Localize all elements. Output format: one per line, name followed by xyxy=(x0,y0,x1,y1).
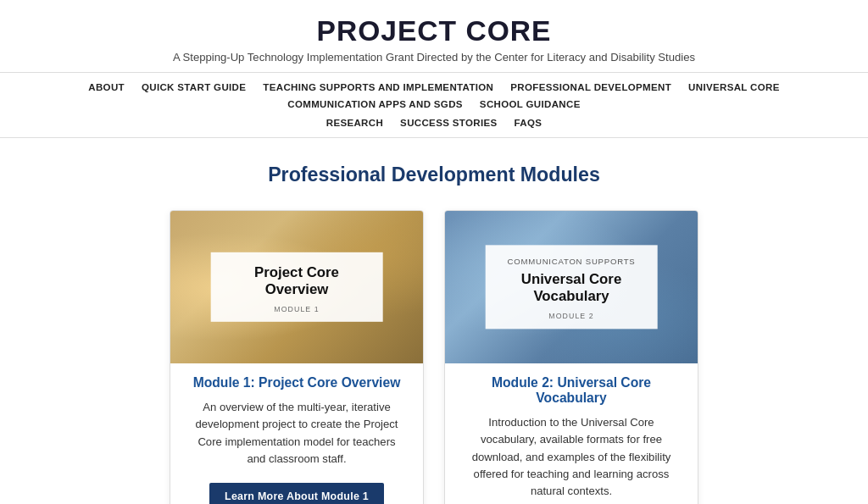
site-title: PROJECT CORE xyxy=(17,15,851,47)
nav-item-quick-start-guide[interactable]: QUICK START GUIDE xyxy=(133,79,254,96)
nav-item-research[interactable]: RESEARCH xyxy=(318,114,392,131)
nav-item-universal-core[interactable]: UNIVERSAL CORE xyxy=(680,79,788,96)
main-content: Professional Development Modules Project… xyxy=(53,138,815,504)
module1-btn[interactable]: Learn More About Module 1 xyxy=(209,483,384,504)
module2-description: Introduction to the Universal Core vocab… xyxy=(462,414,681,501)
module2-overlay-title: Universal CoreVocabulary xyxy=(503,271,641,305)
nav-item-teaching-supports-and-implementation[interactable]: TEACHING SUPPORTS AND IMPLEMENTATION xyxy=(254,79,502,96)
site-header: PROJECT CORE A Stepping-Up Technology Im… xyxy=(0,0,868,73)
module1-overlay-title: Project CoreOverview xyxy=(228,264,366,298)
module1-card: Project CoreOverview MODULE 1 Module 1: … xyxy=(170,210,424,504)
module2-link-title[interactable]: Module 2: Universal Core Vocabulary xyxy=(462,375,681,406)
module2-image: COMMUNICATON SUPPORTS Universal CoreVoca… xyxy=(445,211,698,363)
nav-row-2: RESEARCHSUCCESS STORIESFAQS xyxy=(0,113,868,137)
nav-item-success-stories[interactable]: SUCCESS STORIES xyxy=(392,114,505,131)
module2-body: Module 2: Universal Core Vocabulary Intr… xyxy=(445,363,698,504)
nav-item-communication-apps-and-sgds[interactable]: COMMUNICATION APPS AND SGDS xyxy=(279,96,471,113)
nav-item-professional-development[interactable]: PROFESSIONAL DEVELOPMENT xyxy=(502,79,680,96)
module2-overlay-subtitle: COMMUNICATON SUPPORTS xyxy=(503,257,641,266)
main-nav: ABOUTQUICK START GUIDETEACHING SUPPORTS … xyxy=(0,73,868,138)
module1-body: Module 1: Project Core Overview An overv… xyxy=(170,363,423,504)
module1-link-title[interactable]: Module 1: Project Core Overview xyxy=(193,375,401,390)
nav-item-faqs[interactable]: FAQS xyxy=(506,114,551,131)
module2-overlay-module: MODULE 2 xyxy=(503,313,641,321)
module1-overlay: Project CoreOverview MODULE 1 xyxy=(211,252,383,322)
module2-overlay: COMMUNICATON SUPPORTS Universal CoreVoca… xyxy=(486,245,658,329)
nav-item-school-guidance[interactable]: SCHOOL GUIDANCE xyxy=(471,96,589,113)
nav-row-1: ABOUTQUICK START GUIDETEACHING SUPPORTS … xyxy=(0,73,868,113)
section-title: Professional Development Modules xyxy=(70,163,798,186)
module2-card: COMMUNICATON SUPPORTS Universal CoreVoca… xyxy=(444,210,698,504)
module1-overlay-module: MODULE 1 xyxy=(228,305,366,313)
module1-description: An overview of the multi-year, iterative… xyxy=(187,399,406,468)
site-tagline: A Stepping-Up Technology Implementation … xyxy=(17,51,851,64)
nav-item-about[interactable]: ABOUT xyxy=(80,79,133,96)
cards-row: Project CoreOverview MODULE 1 Module 1: … xyxy=(70,210,798,504)
module1-image: Project CoreOverview MODULE 1 xyxy=(170,211,423,363)
